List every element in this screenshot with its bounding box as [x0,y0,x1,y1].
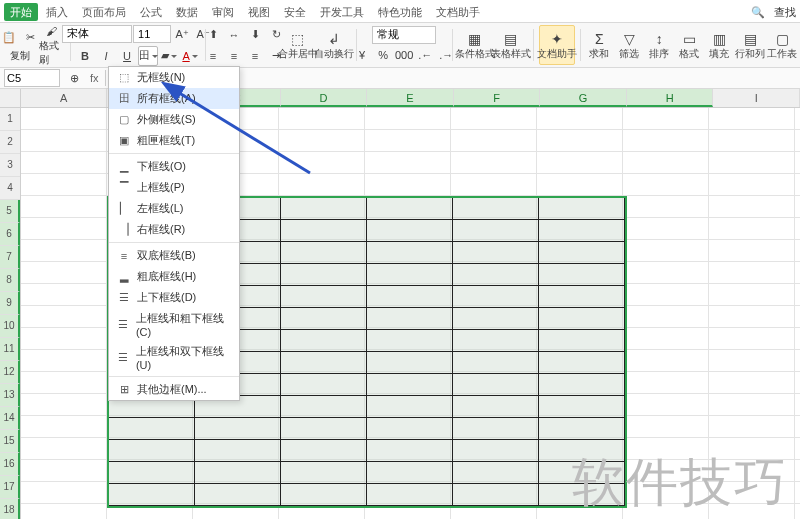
font-size-input[interactable] [133,25,171,43]
align-bottom[interactable]: ⬇ [245,25,265,45]
menu-item-docasst[interactable]: 文档助手 [430,3,486,21]
menu-item-start[interactable]: 开始 [4,3,38,21]
row-header-9[interactable]: 9 [0,292,20,315]
sum-button[interactable]: Σ 求和 [585,26,613,64]
border-menu-item[interactable]: ▕右框线(R) [109,219,239,240]
currency-button[interactable]: ¥ [352,45,372,65]
border-menu-item[interactable]: ▣粗匣框线(T) [109,130,239,151]
number-format-select[interactable] [372,26,436,44]
row-header-6[interactable]: 6 [0,223,20,246]
menu-item-insert[interactable]: 插入 [40,3,74,21]
row-header-13[interactable]: 13 [0,384,20,407]
row-header-16[interactable]: 16 [0,453,20,476]
col-header-h[interactable]: H [627,89,714,107]
border-menu-item[interactable]: ☰上框线和粗下框线(C) [109,308,239,341]
number-group: ¥ % 000 .← .→ [361,23,446,67]
col-header-g[interactable]: G [540,89,627,107]
select-all-stub[interactable] [0,89,21,107]
align-right[interactable]: ≡ [245,46,265,66]
doc-assistant-button[interactable]: ✦ 文档助手 [539,25,575,65]
fx-button[interactable]: fx [84,72,105,84]
merge-button[interactable]: ⬚ 合并居中 [281,26,315,64]
align-left[interactable]: ≡ [203,46,223,66]
zoom-icon[interactable]: ⊕ [64,68,84,88]
rowcol-button[interactable]: ▤ 行和列 [735,26,765,64]
menu-item-dev[interactable]: 开发工具 [314,3,370,21]
align-top[interactable]: ⬆ [203,25,223,45]
format-button[interactable]: ▭ 格式 [675,26,703,64]
font-name-input[interactable] [62,25,132,43]
cut-button[interactable]: ✂ [20,28,40,48]
col-header-a[interactable]: A [21,89,108,107]
cond-format-button[interactable]: ▦ 条件格式 [458,26,492,64]
sheet-button[interactable]: ▢ 工作表 [767,26,797,64]
row-header-12[interactable]: 12 [0,361,20,384]
filter-button[interactable]: ▽ 筛选 [615,26,643,64]
dec-inc-button[interactable]: .← [415,45,435,65]
border-option-icon: ☰ [117,318,130,331]
row-header-8[interactable]: 8 [0,269,20,292]
menu-item-security[interactable]: 安全 [278,3,312,21]
menu-item-special[interactable]: 特色功能 [372,3,428,21]
align-center[interactable]: ≡ [224,46,244,66]
col-header-f[interactable]: F [454,89,541,107]
name-box[interactable] [4,69,60,87]
search-icon[interactable]: 🔍 [748,2,768,22]
border-menu-item[interactable]: ▢外侧框线(S) [109,109,239,130]
wrap-button[interactable]: ↲ 自动换行 [317,26,351,64]
fill-button[interactable]: ▥ 填充 [705,26,733,64]
clipboard-group: 📋 ✂ 复制 [3,23,37,67]
italic-button[interactable]: I [96,46,116,66]
underline-button[interactable]: U [117,46,137,66]
menu-item-layout[interactable]: 页面布局 [76,3,132,21]
col-header-d[interactable]: D [281,89,368,107]
table-style-button[interactable]: ▤ 表格样式 [494,26,528,64]
dec-dec-button[interactable]: .→ [436,45,456,65]
percent-button[interactable]: % [373,45,393,65]
row-header-2[interactable]: 2 [0,131,20,154]
row-header-4[interactable]: 4 [0,177,20,200]
font-color-button[interactable]: A [180,46,200,66]
menu-item-review[interactable]: 审阅 [206,3,240,21]
row-header-10[interactable]: 10 [0,315,20,338]
border-menu-item[interactable]: ☰上框线和双下框线(U) [109,341,239,374]
comma-button[interactable]: 000 [394,45,414,65]
border-option-label: 粗底框线(H) [137,269,196,284]
search-label: 查找 [774,5,796,20]
border-menu-item[interactable]: ☰上下框线(D) [109,287,239,308]
fill-color-button[interactable]: ▰ [159,46,179,66]
bold-button[interactable]: B [75,46,95,66]
border-menu-item[interactable]: ≡双底框线(B) [109,245,239,266]
border-menu-item[interactable]: ▏左框线(L) [109,198,239,219]
border-menu-item[interactable]: ⬚无框线(N) [109,67,239,88]
border-option-icon: ▂ [117,270,131,283]
border-menu-item[interactable]: ▁下框线(O) [109,156,239,177]
row-header-5[interactable]: 5 [0,200,20,223]
format-painter[interactable]: 🖌 格式刷 [39,23,65,67]
font-grow-button[interactable]: A⁺ [172,25,192,45]
border-option-icon: ▏ [117,202,131,215]
menu-item-data[interactable]: 数据 [170,3,204,21]
border-button[interactable]: 田 [138,46,158,66]
row-header-14[interactable]: 14 [0,407,20,430]
row-header-15[interactable]: 15 [0,430,20,453]
border-menu-item[interactable]: 田所有框线(A) [109,88,239,109]
row-header-3[interactable]: 3 [0,154,20,177]
border-menu-item[interactable]: ▔上框线(P) [109,177,239,198]
row-header-18[interactable]: 18 [0,499,20,519]
rowcol-icon: ▤ [744,30,757,48]
sort-icon: ↕ [656,30,663,48]
menu-item-formula[interactable]: 公式 [134,3,168,21]
border-menu-item[interactable]: ▂粗底框线(H) [109,266,239,287]
copy-button[interactable]: 📋 [0,28,19,48]
align-middle[interactable]: ↔ [224,25,244,45]
row-header-1[interactable]: 1 [0,108,20,131]
row-header-17[interactable]: 17 [0,476,20,499]
border-menu-item[interactable]: ⊞其他边框(M)... [109,379,239,400]
col-header-i[interactable]: I [713,89,800,107]
row-header-11[interactable]: 11 [0,338,20,361]
menu-item-view[interactable]: 视图 [242,3,276,21]
sort-button[interactable]: ↕ 排序 [645,26,673,64]
row-header-7[interactable]: 7 [0,246,20,269]
col-header-e[interactable]: E [367,89,454,107]
